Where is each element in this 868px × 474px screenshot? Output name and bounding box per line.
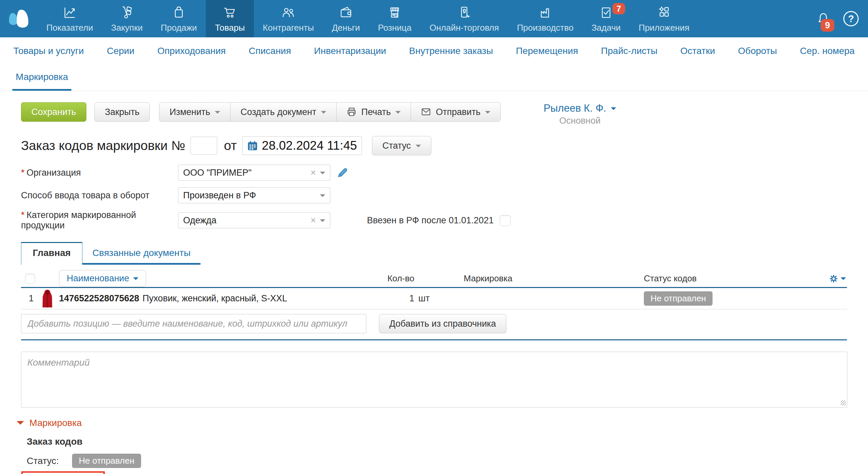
from-label: от	[224, 138, 237, 153]
chevron-down-icon	[841, 277, 846, 283]
nav-item-sales[interactable]: Продажи	[152, 0, 206, 37]
status-badge: Не отправлен	[644, 291, 713, 306]
wallet-icon	[338, 4, 353, 20]
product-image[interactable]	[36, 289, 59, 308]
help-button[interactable]: ?	[843, 11, 859, 26]
marking-section: Маркировка Заказ кодов Статус: Не отправ…	[17, 418, 868, 474]
nav-item-goods[interactable]: Товары	[206, 0, 253, 37]
user-selector[interactable]: Рылеев К. Ф. Основной	[544, 102, 616, 126]
clear-icon[interactable]: ×	[311, 215, 316, 226]
nav-item-money[interactable]: Деньги	[323, 0, 369, 37]
subnav-pricelists[interactable]: Прайс-листы	[601, 46, 657, 56]
tab-main[interactable]: Главная	[21, 242, 83, 265]
nav-label: Задачи	[591, 23, 620, 33]
chevron-down-icon	[485, 111, 490, 116]
chevron-down-icon	[611, 107, 616, 113]
subnav-series[interactable]: Серии	[107, 46, 134, 56]
category-label: *Категория маркированной продукции	[21, 210, 178, 231]
marking-section-title: Маркировка	[29, 418, 82, 428]
form-row-organization: *Организация ООО "ПРИМЕР" ×	[21, 165, 868, 181]
nav-item-retail[interactable]: Розница	[369, 0, 421, 37]
chevron-down-icon	[416, 145, 421, 150]
product-name-cell[interactable]: 1476522528075628Пуховик, женский, красны…	[59, 293, 368, 304]
category-select[interactable]: Одежда ×	[178, 212, 330, 228]
create-document-button[interactable]: Создать документ	[230, 102, 337, 122]
document-date-field[interactable]: 28.02.2024 11:45	[242, 136, 362, 155]
nav-item-production[interactable]: Производство	[508, 0, 583, 37]
chevron-down-icon	[133, 277, 138, 283]
logo-icon	[7, 9, 31, 28]
edit-organization-button[interactable]	[337, 167, 348, 178]
resize-handle[interactable]	[841, 400, 846, 406]
add-from-catalog-button[interactable]: Добавить из справочника	[379, 314, 506, 333]
category-value: Одежда	[183, 215, 311, 226]
add-position-row: Добавить из справочника	[21, 309, 847, 340]
table-settings-button[interactable]	[824, 274, 847, 284]
add-position-input[interactable]	[21, 314, 366, 333]
nav-item-partners[interactable]: Контрагенты	[254, 0, 323, 37]
positions-table: Наименование Кол-во Маркировка Статус ко…	[21, 270, 847, 340]
tab-related-documents[interactable]: Связанные документы	[83, 243, 200, 263]
calendar-icon	[247, 140, 258, 151]
organization-label: *Организация	[21, 168, 178, 178]
document-date: 28.02.2024 11:45	[262, 139, 357, 153]
status-dropdown[interactable]: Статус	[372, 136, 431, 155]
nav-item-online-trade[interactable]: Онлайн-торговля	[420, 0, 508, 37]
app-logo[interactable]	[0, 0, 37, 37]
close-button[interactable]: Закрыть	[94, 102, 150, 122]
quantity-value[interactable]: 1	[368, 293, 414, 304]
nav-label: Розница	[378, 23, 412, 33]
toolbar: Сохранить Закрыть Изменить Создать докум…	[21, 102, 848, 126]
page-tab-row: Маркировка	[0, 65, 868, 91]
product-name: Пуховик, женский, красный, S-XXL	[143, 293, 287, 303]
nav-label: Производство	[517, 23, 574, 33]
table-row[interactable]: 1 1476522528075628Пуховик, женский, крас…	[21, 288, 847, 309]
nav-label: Закупки	[111, 23, 143, 33]
subnav-incomings[interactable]: Оприходования	[157, 46, 226, 56]
send-button[interactable]: Отправить	[411, 102, 501, 122]
notifications-button[interactable]: 9	[815, 10, 831, 27]
imported-after-checkbox[interactable]	[500, 215, 511, 226]
subnav-inventories[interactable]: Инвентаризации	[314, 46, 386, 56]
factory-icon	[537, 4, 553, 20]
subnav-turnover[interactable]: Обороты	[738, 46, 777, 56]
comment-wrap	[21, 352, 847, 408]
question-icon: ?	[848, 13, 854, 24]
marking-section-toggle[interactable]: Маркировка	[17, 418, 868, 428]
input-method-select[interactable]: Произведен в РФ	[178, 187, 330, 203]
nav-item-indicators[interactable]: Показатели	[37, 0, 102, 37]
document-number-input[interactable]	[190, 137, 217, 155]
comment-textarea[interactable]	[21, 352, 847, 408]
nav-item-tasks[interactable]: 7 Задачи	[583, 0, 629, 37]
triangle-down-icon	[17, 421, 24, 428]
subnav-serial-numbers[interactable]: Сер. номера	[800, 46, 855, 56]
tab-marking[interactable]: Маркировка	[12, 65, 71, 91]
nav-label: Контрагенты	[263, 23, 314, 33]
codes-order-status-line: Статус: Не отправлен	[27, 454, 868, 468]
save-button[interactable]: Сохранить	[21, 102, 86, 122]
people-icon	[281, 4, 296, 20]
subnav-internal-orders[interactable]: Внутренние заказы	[409, 46, 493, 56]
print-button[interactable]: Печать	[336, 102, 411, 122]
nav-item-purchases[interactable]: Закупки	[102, 0, 152, 37]
content-tabs: Главная Связанные документы	[21, 242, 200, 265]
subnav-writeoffs[interactable]: Списания	[249, 46, 291, 56]
nav-right: 9 ?	[815, 0, 868, 37]
nav-label: Онлайн-торговля	[429, 23, 499, 33]
select-all-checkbox[interactable]	[25, 274, 35, 284]
nav-item-apps[interactable]: Приложения	[629, 0, 698, 37]
required-marker: *	[21, 210, 25, 220]
name-column-button[interactable]: Наименование	[59, 270, 146, 287]
subnav-movements[interactable]: Перемещения	[516, 46, 578, 56]
main-nav: Показатели Закупки Продажи	[37, 0, 699, 37]
chevron-down-icon	[395, 111, 401, 116]
user-role: Основной	[559, 116, 601, 126]
edit-button[interactable]: Изменить	[159, 102, 230, 122]
notifications-badge: 9	[820, 19, 834, 32]
clear-icon[interactable]: ×	[311, 167, 316, 178]
organization-select[interactable]: ООО "ПРИМЕР" ×	[178, 165, 330, 181]
subnav-stock[interactable]: Остатки	[681, 46, 715, 56]
document-title-row: Заказ кодов маркировки № от 28.02.2024 1…	[21, 136, 847, 155]
subnav-goods-services[interactable]: Товары и услуги	[13, 46, 84, 56]
code-status-header: Статус кодов	[644, 273, 824, 284]
